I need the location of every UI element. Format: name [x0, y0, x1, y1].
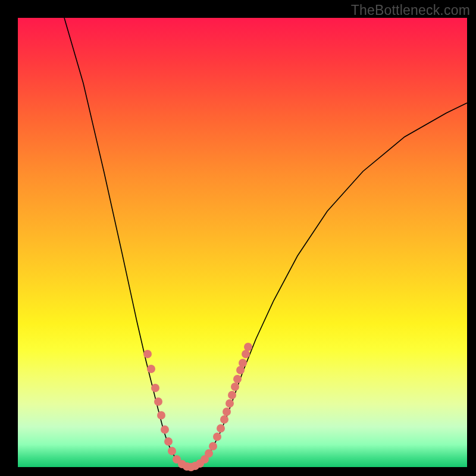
data-dot: [147, 365, 155, 373]
watermark-label: TheBottleneck.com: [351, 2, 470, 18]
data-dot: [217, 424, 225, 433]
data-dot: [154, 397, 162, 406]
data-dot: [239, 359, 247, 367]
data-dot: [161, 425, 169, 434]
data-dot: [242, 350, 250, 358]
data-dot: [236, 366, 245, 374]
data-dot: [233, 375, 242, 383]
chart-svg: [18, 18, 467, 467]
data-dot: [213, 433, 221, 441]
data-dot: [151, 384, 159, 392]
data-dot: [244, 343, 252, 351]
data-dot: [228, 391, 236, 399]
curve-right: [190, 103, 467, 467]
data-dot: [205, 449, 213, 458]
data-dot: [226, 399, 234, 408]
data-dot: [223, 408, 231, 416]
curve-left: [64, 18, 190, 467]
data-dot: [209, 442, 217, 450]
data-dot: [220, 415, 228, 424]
dots-group: [143, 343, 252, 471]
plot-area: [18, 18, 467, 467]
chart-frame: TheBottleneck.com: [0, 0, 476, 476]
data-dot: [143, 350, 152, 358]
data-dot: [164, 437, 173, 446]
data-dot: [231, 383, 239, 391]
data-dot: [168, 447, 176, 455]
data-dot: [157, 411, 165, 419]
